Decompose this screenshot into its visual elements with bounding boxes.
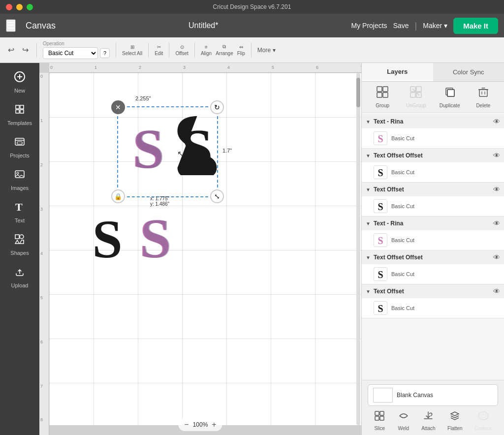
operation-group: Operation Basic Cut Print Then Cut Draw …: [43, 41, 110, 59]
sidebar-item-new[interactable]: New: [2, 67, 37, 97]
layer-item-5[interactable]: S Basic Cut: [362, 264, 504, 284]
vertical-ruler: 0 1 2 3 4 5 6 7 8: [39, 73, 49, 435]
sidebar-item-text[interactable]: T Text: [2, 197, 37, 227]
group-button[interactable]: Group: [368, 86, 397, 108]
tab-color-sync[interactable]: Color Sync: [433, 63, 504, 81]
redo-button[interactable]: ↪: [20, 43, 31, 57]
layer-eye-4[interactable]: 👁: [493, 219, 500, 227]
weld-label: Weld: [398, 426, 409, 431]
maximize-button[interactable]: [27, 4, 33, 10]
images-icon: [14, 168, 26, 183]
my-projects-button[interactable]: My Projects: [351, 22, 387, 30]
svg-rect-23: [416, 87, 421, 92]
layer-group-6: ▼ Text Offset 👁 S Basic Cut: [362, 284, 504, 318]
offset-group[interactable]: ⊙ Offset: [175, 44, 189, 56]
hamburger-menu[interactable]: ☰: [6, 19, 16, 32]
canvas-label: Canvas: [26, 21, 56, 31]
sidebar-item-templates[interactable]: Templates: [2, 99, 37, 130]
layer-item-3[interactable]: S Basic Cut: [362, 196, 504, 216]
toolbar-separator-2: [116, 43, 116, 58]
layer-group-header-5[interactable]: ▼ Text Offset Offset 👁: [362, 250, 504, 264]
width-dimension: 2.255": [135, 93, 151, 102]
layer-group-header-2[interactable]: ▼ Text Offset Offset 👁: [362, 149, 504, 162]
svg-rect-30: [479, 90, 487, 96]
layer-item-6[interactable]: S Basic Cut: [362, 298, 504, 318]
projects-icon: [14, 136, 26, 151]
duplicate-button[interactable]: Duplicate: [435, 86, 465, 108]
arrange-group[interactable]: ⧉ Arrange: [216, 44, 233, 56]
select-all-group[interactable]: ⊞ Select All: [122, 44, 142, 56]
sidebar-item-projects[interactable]: Projects: [2, 132, 37, 162]
sidebar-item-upload[interactable]: Upload: [2, 262, 37, 292]
svg-text:S: S: [92, 209, 122, 265]
duplicate-icon: [443, 86, 456, 101]
layer-eye-1[interactable]: 👁: [493, 118, 500, 125]
layer-group-1: ▼ Text - Rina 👁 S Basic Cut: [362, 115, 504, 149]
sidebar-item-shapes[interactable]: Shapes: [2, 229, 37, 260]
svg-marker-10: [15, 240, 19, 244]
layer-group-header-6[interactable]: ▼ Text Offset 👁: [362, 284, 504, 298]
svg-rect-42: [375, 416, 379, 420]
operation-control: Basic Cut Print Then Cut Draw Score ?: [43, 47, 110, 59]
layer-eye-6[interactable]: 👁: [493, 287, 500, 295]
align-group[interactable]: ≡ Align: [201, 44, 212, 56]
new-icon: [14, 71, 26, 86]
toolbar-separator-6: [251, 43, 252, 58]
contour-button[interactable]: Contour: [474, 410, 492, 431]
save-button[interactable]: Save: [393, 22, 409, 30]
maker-button[interactable]: Maker ▾: [423, 22, 447, 30]
select-all-label: Select All: [122, 51, 142, 56]
canvas-area[interactable]: 0 1 2 3 4 5 6 7 0 1 2 3 4 5 6 7 8: [39, 63, 361, 435]
duplicate-label: Duplicate: [440, 103, 460, 108]
svg-point-9: [20, 235, 24, 239]
scale-handle[interactable]: ⤡: [210, 189, 224, 203]
layer-eye-5[interactable]: 👁: [493, 253, 500, 261]
close-button[interactable]: [6, 4, 12, 10]
projects-label: Projects: [10, 153, 30, 158]
flatten-label: Flatten: [447, 426, 463, 431]
window-controls[interactable]: [6, 4, 33, 10]
tab-layers[interactable]: Layers: [362, 63, 433, 81]
svg-rect-18: [377, 87, 382, 92]
layer-item-name-4: Basic Cut: [391, 237, 500, 243]
weld-button[interactable]: Weld: [398, 410, 410, 431]
black-s-top-right: S: [171, 111, 223, 177]
blank-canvas-label: Blank Canvas: [397, 392, 433, 399]
weld-icon: [398, 410, 410, 425]
flip-group[interactable]: ⇔ Flip: [237, 44, 245, 56]
layer-eye-2[interactable]: 👁: [493, 152, 500, 159]
operation-help-button[interactable]: ?: [100, 48, 110, 58]
svg-rect-19: [383, 87, 388, 92]
svg-text:S: S: [378, 133, 383, 144]
blank-canvas-button[interactable]: Blank Canvas: [368, 384, 498, 406]
layer-group-header-1[interactable]: ▼ Text - Rina 👁: [362, 115, 504, 128]
layer-group-header-4[interactable]: ▼ Text - Rina 👁: [362, 217, 504, 230]
delete-button[interactable]: Delete: [469, 86, 498, 108]
slice-button[interactable]: Slice: [374, 410, 385, 431]
ungroup-button[interactable]: UnGroup: [401, 86, 431, 108]
minimize-button[interactable]: [16, 4, 23, 10]
scrollbar-thumb[interactable]: [356, 78, 360, 107]
arrange-label: Arrange: [216, 51, 233, 56]
new-label: New: [14, 88, 25, 93]
layer-item-2[interactable]: S Basic Cut: [362, 162, 504, 182]
make-it-button[interactable]: Make It: [453, 18, 498, 34]
zoom-in-button[interactable]: +: [212, 420, 216, 429]
zoom-controls: − 100% +: [178, 418, 222, 431]
zoom-out-button[interactable]: −: [184, 420, 189, 429]
layer-item-4[interactable]: S Basic Cut: [362, 230, 504, 250]
attach-button[interactable]: Attach: [421, 410, 435, 431]
layer-item-1[interactable]: S Basic Cut: [362, 128, 504, 148]
layer-eye-3[interactable]: 👁: [493, 186, 500, 193]
sidebar-item-images[interactable]: Images: [2, 164, 37, 195]
operation-select[interactable]: Basic Cut Print Then Cut Draw Score: [43, 47, 98, 59]
layer-group-header-3[interactable]: ▼ Text Offset 👁: [362, 183, 504, 196]
svg-text:S: S: [378, 167, 383, 178]
undo-button[interactable]: ↩: [6, 43, 16, 57]
flatten-button[interactable]: Flatten: [447, 410, 463, 431]
vertical-scrollbar[interactable]: [356, 73, 360, 425]
more-button[interactable]: More ▾: [257, 47, 276, 54]
edit-group[interactable]: ✂ Edit: [155, 44, 163, 56]
upload-icon: [14, 266, 26, 280]
svg-line-26: [412, 89, 419, 95]
